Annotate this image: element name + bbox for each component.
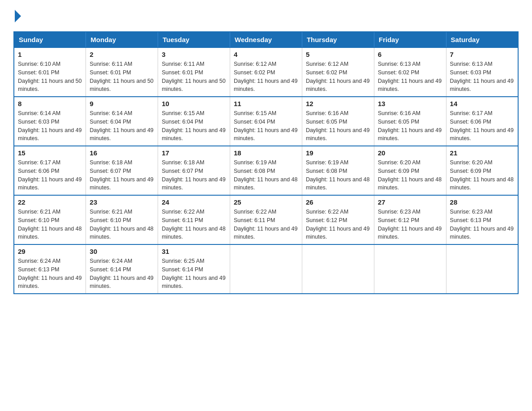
day-info: Sunrise: 6:23 AMSunset: 6:12 PMDaylight:… — [378, 208, 442, 241]
calendar-cell: 21Sunrise: 6:20 AMSunset: 6:09 PMDayligh… — [446, 146, 518, 195]
day-number: 15 — [18, 149, 82, 157]
calendar-cell: 5Sunrise: 6:12 AMSunset: 6:02 PMDaylight… — [302, 47, 374, 97]
calendar-cell: 26Sunrise: 6:22 AMSunset: 6:12 PMDayligh… — [302, 195, 374, 244]
weekday-header-row: SundayMondayTuesdayWednesdayThursdayFrid… — [14, 32, 518, 47]
logo — [13, 9, 21, 22]
day-number: 18 — [234, 149, 298, 157]
calendar-cell: 17Sunrise: 6:18 AMSunset: 6:07 PMDayligh… — [158, 146, 230, 195]
calendar-header: SundayMondayTuesdayWednesdayThursdayFrid… — [14, 32, 518, 47]
day-info: Sunrise: 6:12 AMSunset: 6:02 PMDaylight:… — [306, 60, 370, 94]
day-number: 24 — [162, 198, 226, 206]
weekday-header-sunday: Sunday — [14, 32, 86, 47]
calendar-cell: 12Sunrise: 6:16 AMSunset: 6:05 PMDayligh… — [302, 97, 374, 146]
calendar-cell: 14Sunrise: 6:17 AMSunset: 6:06 PMDayligh… — [446, 97, 518, 146]
day-info: Sunrise: 6:13 AMSunset: 6:02 PMDaylight:… — [378, 60, 442, 94]
day-info: Sunrise: 6:18 AMSunset: 6:07 PMDaylight:… — [162, 158, 226, 192]
day-number: 27 — [378, 198, 442, 206]
day-info: Sunrise: 6:12 AMSunset: 6:02 PMDaylight:… — [234, 60, 298, 94]
day-info: Sunrise: 6:14 AMSunset: 6:03 PMDaylight:… — [18, 109, 82, 143]
day-info: Sunrise: 6:23 AMSunset: 6:13 PMDaylight:… — [450, 208, 514, 241]
calendar-body: 1Sunrise: 6:10 AMSunset: 6:01 PMDaylight… — [14, 47, 518, 294]
day-number: 14 — [450, 100, 514, 107]
day-number: 2 — [90, 51, 154, 58]
weekday-header-wednesday: Wednesday — [230, 32, 302, 47]
day-number: 9 — [90, 100, 154, 107]
calendar-cell: 13Sunrise: 6:16 AMSunset: 6:05 PMDayligh… — [374, 97, 446, 146]
calendar-cell: 31Sunrise: 6:25 AMSunset: 6:14 PMDayligh… — [158, 244, 230, 294]
calendar-cell — [446, 244, 518, 294]
day-info: Sunrise: 6:11 AMSunset: 6:01 PMDaylight:… — [90, 60, 154, 94]
day-number: 30 — [90, 248, 154, 255]
weekday-header-thursday: Thursday — [302, 32, 374, 47]
calendar-week-row: 1Sunrise: 6:10 AMSunset: 6:01 PMDaylight… — [14, 47, 518, 97]
page-header — [13, 9, 519, 22]
calendar-cell: 24Sunrise: 6:22 AMSunset: 6:11 PMDayligh… — [158, 195, 230, 244]
calendar-week-row: 29Sunrise: 6:24 AMSunset: 6:13 PMDayligh… — [14, 244, 518, 294]
day-info: Sunrise: 6:22 AMSunset: 6:11 PMDaylight:… — [234, 208, 298, 241]
calendar-cell: 7Sunrise: 6:13 AMSunset: 6:03 PMDaylight… — [446, 47, 518, 97]
day-info: Sunrise: 6:17 AMSunset: 6:06 PMDaylight:… — [18, 158, 82, 192]
day-info: Sunrise: 6:25 AMSunset: 6:14 PMDaylight:… — [162, 257, 226, 291]
calendar-cell: 11Sunrise: 6:15 AMSunset: 6:04 PMDayligh… — [230, 97, 302, 146]
weekday-header-monday: Monday — [86, 32, 158, 47]
calendar-cell: 16Sunrise: 6:18 AMSunset: 6:07 PMDayligh… — [86, 146, 158, 195]
calendar-week-row: 22Sunrise: 6:21 AMSunset: 6:10 PMDayligh… — [14, 195, 518, 244]
day-info: Sunrise: 6:22 AMSunset: 6:12 PMDaylight:… — [306, 208, 370, 241]
calendar-cell: 10Sunrise: 6:15 AMSunset: 6:04 PMDayligh… — [158, 97, 230, 146]
day-number: 21 — [450, 149, 514, 157]
day-info: Sunrise: 6:16 AMSunset: 6:05 PMDaylight:… — [378, 109, 442, 143]
day-info: Sunrise: 6:15 AMSunset: 6:04 PMDaylight:… — [162, 109, 226, 143]
day-number: 11 — [234, 100, 298, 107]
day-number: 26 — [306, 198, 370, 206]
calendar-cell: 19Sunrise: 6:19 AMSunset: 6:08 PMDayligh… — [302, 146, 374, 195]
day-number: 25 — [234, 198, 298, 206]
calendar-cell: 23Sunrise: 6:21 AMSunset: 6:10 PMDayligh… — [86, 195, 158, 244]
calendar-week-row: 15Sunrise: 6:17 AMSunset: 6:06 PMDayligh… — [14, 146, 518, 195]
calendar-cell: 8Sunrise: 6:14 AMSunset: 6:03 PMDaylight… — [14, 97, 86, 146]
calendar-cell: 22Sunrise: 6:21 AMSunset: 6:10 PMDayligh… — [14, 195, 86, 244]
day-number: 16 — [90, 149, 154, 157]
calendar-cell — [302, 244, 374, 294]
logo-arrow-icon — [15, 10, 21, 22]
day-number: 28 — [450, 198, 514, 206]
calendar-cell: 28Sunrise: 6:23 AMSunset: 6:13 PMDayligh… — [446, 195, 518, 244]
calendar-cell: 29Sunrise: 6:24 AMSunset: 6:13 PMDayligh… — [14, 244, 86, 294]
day-number: 3 — [162, 51, 226, 58]
day-info: Sunrise: 6:10 AMSunset: 6:01 PMDaylight:… — [18, 60, 82, 94]
day-info: Sunrise: 6:20 AMSunset: 6:09 PMDaylight:… — [378, 158, 442, 192]
calendar-cell: 6Sunrise: 6:13 AMSunset: 6:02 PMDaylight… — [374, 47, 446, 97]
day-info: Sunrise: 6:14 AMSunset: 6:04 PMDaylight:… — [90, 109, 154, 143]
calendar-cell: 1Sunrise: 6:10 AMSunset: 6:01 PMDaylight… — [14, 47, 86, 97]
day-number: 1 — [18, 51, 82, 58]
day-info: Sunrise: 6:20 AMSunset: 6:09 PMDaylight:… — [450, 158, 514, 192]
day-info: Sunrise: 6:24 AMSunset: 6:13 PMDaylight:… — [18, 257, 82, 291]
day-info: Sunrise: 6:19 AMSunset: 6:08 PMDaylight:… — [234, 158, 298, 192]
day-info: Sunrise: 6:17 AMSunset: 6:06 PMDaylight:… — [450, 109, 514, 143]
calendar-cell — [230, 244, 302, 294]
weekday-header-tuesday: Tuesday — [158, 32, 230, 47]
day-number: 17 — [162, 149, 226, 157]
calendar-week-row: 8Sunrise: 6:14 AMSunset: 6:03 PMDaylight… — [14, 97, 518, 146]
day-info: Sunrise: 6:11 AMSunset: 6:01 PMDaylight:… — [162, 60, 226, 94]
calendar-cell: 20Sunrise: 6:20 AMSunset: 6:09 PMDayligh… — [374, 146, 446, 195]
calendar-cell: 18Sunrise: 6:19 AMSunset: 6:08 PMDayligh… — [230, 146, 302, 195]
day-number: 8 — [18, 100, 82, 107]
calendar-cell: 9Sunrise: 6:14 AMSunset: 6:04 PMDaylight… — [86, 97, 158, 146]
day-info: Sunrise: 6:24 AMSunset: 6:14 PMDaylight:… — [90, 257, 154, 291]
day-number: 7 — [450, 51, 514, 58]
day-number: 31 — [162, 248, 226, 255]
calendar-cell: 30Sunrise: 6:24 AMSunset: 6:14 PMDayligh… — [86, 244, 158, 294]
day-info: Sunrise: 6:21 AMSunset: 6:10 PMDaylight:… — [18, 208, 82, 241]
day-info: Sunrise: 6:16 AMSunset: 6:05 PMDaylight:… — [306, 109, 370, 143]
calendar-cell: 27Sunrise: 6:23 AMSunset: 6:12 PMDayligh… — [374, 195, 446, 244]
calendar-cell: 15Sunrise: 6:17 AMSunset: 6:06 PMDayligh… — [14, 146, 86, 195]
day-number: 19 — [306, 149, 370, 157]
calendar-cell: 3Sunrise: 6:11 AMSunset: 6:01 PMDaylight… — [158, 47, 230, 97]
calendar-table: SundayMondayTuesdayWednesdayThursdayFrid… — [13, 31, 519, 294]
day-number: 29 — [18, 248, 82, 255]
day-number: 23 — [90, 198, 154, 206]
calendar-cell — [374, 244, 446, 294]
day-number: 6 — [378, 51, 442, 58]
day-info: Sunrise: 6:19 AMSunset: 6:08 PMDaylight:… — [306, 158, 370, 192]
calendar-cell: 2Sunrise: 6:11 AMSunset: 6:01 PMDaylight… — [86, 47, 158, 97]
